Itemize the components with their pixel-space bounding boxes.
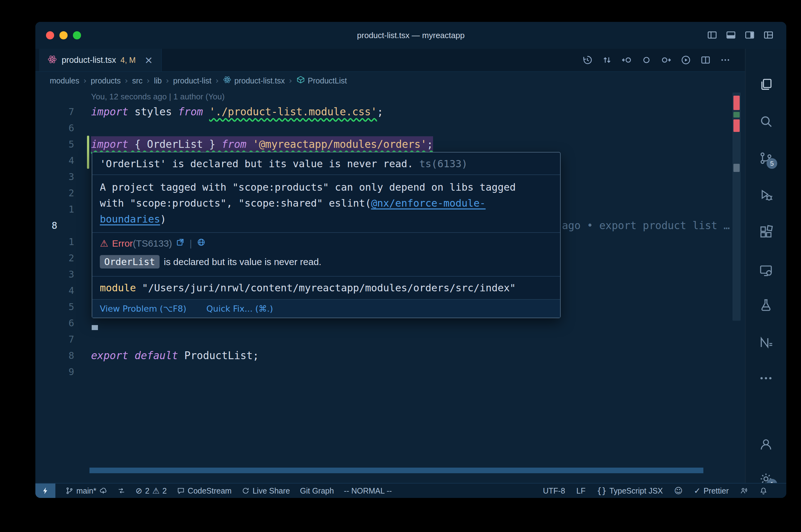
breadcrumb-item[interactable]: products — [91, 76, 121, 86]
vim-mode-indicator[interactable]: -- NORMAL -- — [344, 486, 392, 495]
tab-close-icon[interactable]: × — [145, 55, 153, 65]
error-code: (TS6133) — [133, 238, 172, 248]
line-number: 2 — [35, 250, 74, 266]
error-hover-tooltip: 'OrderList' is declared but its value is… — [92, 152, 561, 318]
separator: | — [189, 238, 192, 249]
vscode-window: product-list.tsx — myreactapp — [35, 22, 786, 498]
warnings-count: 2 — [162, 486, 167, 495]
breadcrumb: modules › products › src › lib › product… — [35, 72, 760, 89]
minimap-scrollbar[interactable] — [732, 93, 741, 321]
code-row[interactable]: 6 — [35, 120, 746, 136]
code-row[interactable]: 8export default ProductList; — [35, 347, 746, 364]
next-change-icon[interactable] — [661, 55, 672, 65]
line-number: 1 — [35, 234, 74, 250]
search-icon[interactable] — [759, 114, 773, 129]
sync-cloud-icon — [99, 487, 107, 495]
nx-console-icon[interactable] — [759, 335, 773, 350]
source-control-icon[interactable]: 5 — [759, 151, 773, 166]
gitlens-authors-annotation[interactable]: You, 12 seconds ago | 1 author (You) — [91, 89, 746, 104]
errors-count: 2 — [145, 486, 149, 495]
additional-views-icon[interactable] — [759, 371, 773, 386]
error-mark — [733, 96, 740, 110]
line-number: 7 — [35, 104, 74, 120]
live-share-status[interactable]: Live Share — [241, 486, 290, 495]
chevron-right-icon: › — [84, 76, 87, 86]
activity-bar: 5 1 — [745, 49, 786, 483]
extensions-icon[interactable] — [759, 224, 773, 240]
code-row[interactable]: 7import styles from './product-list.modu… — [35, 104, 746, 120]
eol-status[interactable]: LF — [576, 486, 585, 495]
symbol-badge: OrderList — [100, 255, 160, 268]
error-icon: ⚠ — [100, 238, 108, 249]
blame-ghost-text: ago • export product list … — [562, 217, 730, 234]
toggle-panel-icon[interactable] — [726, 30, 736, 40]
problems-status[interactable]: ⊘ 2 ⚠ 2 — [135, 486, 167, 495]
remote-explorer-icon[interactable] — [759, 263, 773, 278]
code-row[interactable]: 9 — [35, 364, 746, 380]
line-number: 3 — [35, 266, 74, 283]
window-title: product-list.tsx — myreactapp — [35, 22, 786, 49]
status-bar: main* ⊘ 2 ⚠ 2 CodeStream Li — [35, 483, 786, 498]
language-mode-status[interactable]: {} TypeScript JSX — [597, 486, 663, 495]
notifications-bell[interactable] — [759, 487, 767, 495]
tweet-feedback[interactable] — [740, 487, 748, 495]
scm-count-badge: 5 — [767, 158, 777, 169]
previous-change-icon[interactable] — [621, 55, 632, 65]
run-file-icon[interactable] — [680, 55, 691, 65]
line-number: 7 — [35, 331, 74, 347]
hover-resize-grip[interactable] — [92, 325, 98, 330]
codestream-status[interactable]: CodeStream — [177, 486, 232, 495]
customize-layout-icon[interactable] — [763, 30, 774, 40]
code-row[interactable]: 5import { OrderList } from '@myreactapp/… — [35, 136, 746, 153]
feedback-smiley[interactable]: ☺ — [674, 486, 683, 495]
breadcrumb-item[interactable]: product-list — [173, 76, 211, 86]
eslint-rule-link[interactable]: @nx/enforce-module- — [371, 197, 486, 209]
horizontal-scrollbar[interactable] — [90, 468, 703, 473]
live-share-icon — [241, 487, 250, 495]
view-problem-button[interactable]: View Problem (⌥F8) — [100, 304, 186, 314]
breadcrumb-item[interactable]: modules — [50, 76, 79, 86]
prettier-status[interactable]: ✓ Prettier — [694, 486, 729, 495]
titlebar: product-list.tsx — myreactapp — [35, 22, 786, 49]
toggle-sidebar-icon[interactable] — [707, 30, 717, 40]
braces-icon: {} — [597, 486, 606, 495]
line-number: 8 — [35, 347, 74, 364]
symbol-cube-icon — [296, 75, 305, 86]
tab-bar: product-list.tsx 4, M × — [35, 49, 746, 72]
breadcrumb-item[interactable]: src — [132, 76, 142, 86]
encoding-status[interactable]: UTF-8 — [543, 486, 565, 495]
sync-status-icon[interactable] — [641, 55, 652, 65]
breadcrumb-item-symbol[interactable]: ProductList — [296, 75, 347, 86]
more-actions-icon[interactable] — [720, 55, 731, 65]
code-line: import { OrderList } from '@myreactapp/m… — [91, 136, 433, 153]
remote-indicator[interactable] — [35, 483, 55, 498]
smiley-icon: ☺ — [674, 486, 683, 495]
compare-changes-icon[interactable] — [602, 55, 612, 65]
run-debug-icon[interactable] — [759, 188, 773, 203]
code-line: export default ProductList; — [91, 347, 259, 364]
code-row[interactable]: 7 — [35, 331, 746, 347]
quick-fix-button[interactable]: Quick Fix... (⌘.) — [206, 304, 273, 314]
accounts-icon[interactable] — [759, 437, 773, 452]
breadcrumb-item-file[interactable]: product-list.tsx — [223, 75, 285, 86]
gitlens-compare[interactable] — [117, 487, 126, 495]
toggle-secondary-sidebar-icon[interactable] — [744, 30, 755, 40]
open-external-icon[interactable] — [176, 238, 185, 249]
line-number: 9 — [35, 364, 74, 380]
git-branch-status[interactable]: main* — [66, 486, 107, 495]
git-graph-status[interactable]: Git Graph — [300, 486, 334, 495]
timeline-history-icon[interactable] — [582, 55, 593, 65]
explorer-icon[interactable] — [759, 77, 773, 92]
breadcrumb-item[interactable]: lib — [154, 76, 162, 86]
eslint-rule-link[interactable]: boundaries — [100, 213, 160, 225]
line-number: 8 — [35, 217, 74, 234]
error-label: Error — [112, 238, 133, 248]
testing-beaker-icon[interactable] — [759, 298, 773, 312]
globe-icon[interactable] — [197, 238, 205, 249]
line-number: 6 — [35, 315, 74, 331]
tab-product-list[interactable]: product-list.tsx 4, M × — [39, 49, 162, 71]
chevron-right-icon: › — [125, 76, 128, 86]
code-line: import styles from './product-list.modul… — [91, 104, 383, 120]
split-editor-icon[interactable] — [700, 55, 711, 65]
editor[interactable]: You, 12 seconds ago | 1 author (You) 7im… — [35, 89, 746, 483]
